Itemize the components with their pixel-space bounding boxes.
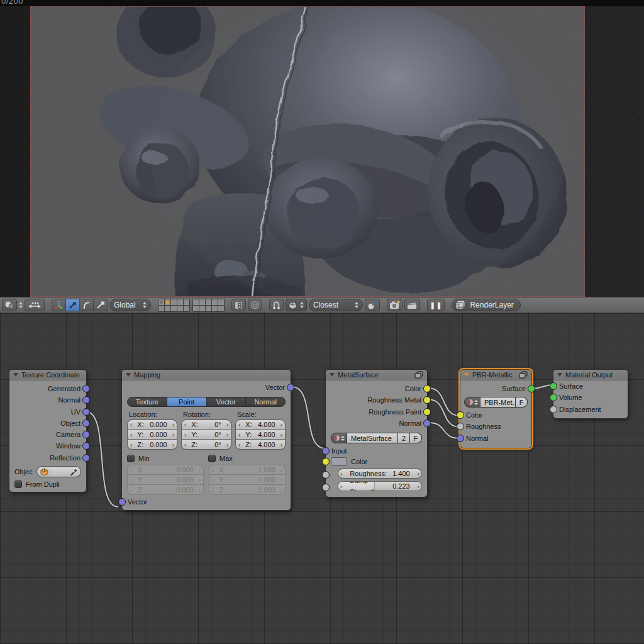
socket-normal-in[interactable]	[457, 435, 464, 442]
rotation-z-field[interactable]: Z:0°	[181, 440, 231, 450]
max-checkbox[interactable]: Max	[208, 455, 286, 462]
opengl-render-still-button[interactable]	[387, 299, 402, 311]
node-title: Texture Coordinate	[21, 371, 80, 379]
node-header[interactable]: Mapping	[122, 370, 291, 380]
input-input: Input	[326, 446, 427, 456]
node-header[interactable]: MetalSurface	[326, 370, 427, 380]
dropdown-arrows-icon	[355, 302, 358, 308]
node-header[interactable]: Texture Coordinate	[9, 370, 86, 380]
snap-toggle-button[interactable]	[269, 299, 284, 311]
node-header[interactable]: Material Output	[553, 370, 628, 380]
scale-z-field[interactable]: Z:4.000	[235, 440, 286, 450]
location-z-field[interactable]: Z:0.000	[127, 440, 177, 450]
socket-color-in[interactable]	[457, 411, 464, 419]
nodetree-icon-button[interactable]	[331, 433, 347, 443]
proportional-edit-button[interactable]	[248, 299, 262, 311]
render-preview-region[interactable]	[30, 6, 585, 297]
lock-to-scene-button[interactable]	[231, 299, 246, 311]
object-selector-field[interactable]	[36, 466, 81, 477]
socket-color-in[interactable]	[322, 458, 330, 465]
nodetree-name-field[interactable]: PBR-Met...	[480, 397, 516, 408]
input-color: Color	[326, 456, 427, 467]
layer-grid-1[interactable]	[158, 299, 190, 312]
type-vector-button[interactable]: Vector	[207, 397, 247, 407]
socket-reflection[interactable]	[82, 454, 90, 462]
collapse-triangle-icon[interactable]	[126, 373, 131, 377]
roughness-slider[interactable]: Roughness: 1.400	[338, 469, 422, 479]
type-texture-button[interactable]: Texture	[127, 397, 167, 407]
node-editor[interactable]	[0, 313, 644, 644]
node-group-icon	[414, 371, 423, 379]
socket-normal-out[interactable]	[423, 419, 431, 427]
socket-vector-out[interactable]	[287, 384, 294, 391]
socket-bump-strength[interactable]	[322, 484, 330, 491]
rotation-y-field[interactable]: Y:0°	[181, 430, 231, 440]
node-texture-coordinate[interactable]: Texture Coordinate Generated Normal UV O…	[9, 369, 87, 492]
socket-vector-in[interactable]	[118, 498, 126, 506]
max-z-field: Z:1.000	[209, 485, 286, 495]
render-layer-selector[interactable]: RenderLayer	[452, 299, 520, 311]
socket-roughness[interactable]	[322, 471, 330, 479]
node-pbr-metallic[interactable]: PBR-Metallic Surface PBR-Met...	[460, 369, 532, 448]
node-metalsurface[interactable]: MetalSurface Color Roughness Metal Rough…	[325, 369, 428, 497]
collapse-triangle-icon[interactable]	[557, 373, 562, 377]
rotation-x-field[interactable]: X:0°	[181, 419, 231, 430]
opengl-render-anim-button[interactable]	[404, 299, 420, 311]
node-material-output[interactable]: Material Output Surface Volume Displacem…	[553, 369, 628, 419]
normal-align-icon	[367, 301, 377, 310]
users-count-button[interactable]: 2	[398, 433, 410, 443]
from-dupli-checkbox[interactable]: From Dupli	[9, 480, 86, 488]
type-point-button[interactable]: Point	[167, 397, 207, 407]
input-roughness: Roughness	[460, 421, 531, 432]
socket-displacement[interactable]	[550, 406, 557, 413]
scale-y-field[interactable]: Y:4.000	[235, 430, 286, 440]
socket-input[interactable]	[322, 447, 330, 455]
layer-grid-2[interactable]	[192, 299, 225, 312]
collapse-triangle-icon[interactable]	[13, 373, 18, 377]
node-header[interactable]: PBR-Metallic	[460, 370, 531, 380]
socket-color-out[interactable]	[423, 385, 431, 392]
socket-uv[interactable]	[82, 408, 90, 416]
header-collapse-stepper[interactable]	[19, 302, 23, 308]
type-normal-button[interactable]: Normal	[246, 397, 286, 407]
scale-manipulator-button[interactable]	[94, 299, 108, 311]
input-color: Color	[460, 409, 531, 421]
viewport-grid-lines	[585, 6, 644, 297]
collapse-triangle-icon[interactable]	[330, 373, 335, 377]
nodetree-icon-button[interactable]	[464, 397, 480, 408]
editor-type-button[interactable]	[2, 299, 17, 311]
socket-roughness-paint[interactable]	[423, 408, 431, 416]
manipulator-widget-button[interactable]	[25, 299, 45, 311]
fake-user-button[interactable]: F	[410, 433, 422, 443]
color-swatch[interactable]	[331, 457, 347, 466]
location-y-field[interactable]: Y:0.000	[127, 430, 177, 440]
snap-element-dropdown[interactable]	[286, 299, 307, 311]
socket-roughness-in[interactable]	[457, 423, 464, 430]
location-x-field[interactable]: X:0.000	[127, 419, 177, 430]
fake-user-button[interactable]: F	[516, 397, 528, 408]
eyedropper-icon[interactable]	[69, 468, 77, 476]
scale-x-field[interactable]: X:4.000	[235, 419, 286, 430]
transform-orientation-dropdown[interactable]: Global	[109, 299, 151, 311]
node-mapping[interactable]: Mapping Vector Texture Point Vector Norm…	[121, 369, 291, 511]
socket-surface[interactable]	[550, 382, 557, 390]
manipulator-axes-button[interactable]	[52, 299, 66, 311]
viewport-outside-left	[0, 6, 30, 297]
socket-object[interactable]	[82, 419, 90, 427]
snap-align-rotation-button[interactable]	[365, 299, 380, 311]
min-checkbox[interactable]: Min	[127, 455, 204, 462]
socket-volume[interactable]	[550, 394, 557, 401]
pause-drawing-button[interactable]: ❚❚	[427, 299, 445, 311]
translate-manipulator-button[interactable]	[66, 299, 80, 311]
node-title: Mapping	[134, 371, 160, 379]
collapse-triangle-icon[interactable]	[464, 373, 469, 377]
snap-target-dropdown[interactable]: Closest	[309, 299, 363, 311]
bump-strength-slider[interactable]: Bump Strength: 0.223	[338, 481, 422, 491]
socket-generated[interactable]	[82, 385, 90, 392]
socket-surface-out[interactable]	[528, 385, 535, 392]
checkbox-icon	[208, 455, 216, 462]
3d-viewport[interactable]: 0/200	[0, 0, 644, 297]
output-normal: Normal	[326, 418, 427, 429]
rotate-manipulator-button[interactable]	[80, 299, 94, 311]
nodetree-name-field[interactable]: MetalSurface	[347, 433, 398, 443]
